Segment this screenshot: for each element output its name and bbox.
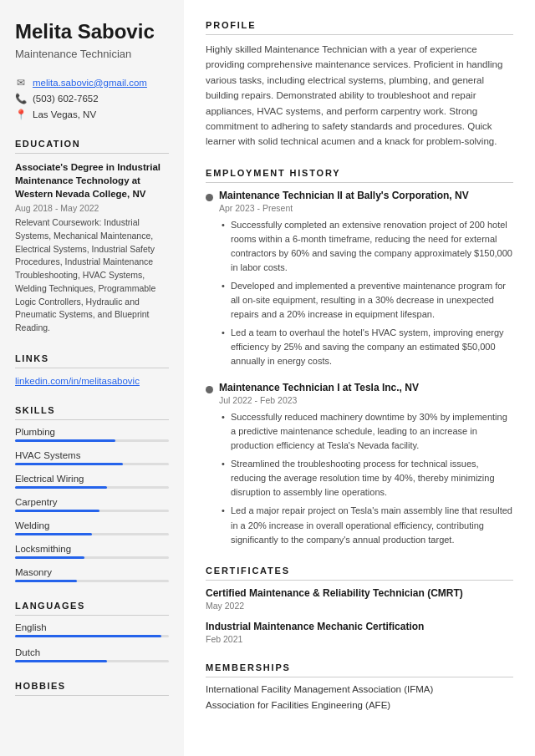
skill-name: Carpentry — [15, 497, 169, 507]
skill-bar-fill — [15, 439, 115, 442]
linkedin-link-item: linkedin.com/in/melitasabovic — [15, 375, 169, 387]
skill-item: Plumbing — [15, 427, 169, 442]
cert-name: Industrial Maintenance Mechanic Certific… — [206, 621, 513, 632]
skill-bar-bg — [15, 556, 169, 559]
job-bullet: Developed and implemented a preventive m… — [219, 279, 513, 322]
skill-bar-bg — [15, 533, 169, 535]
job-bullets: Successfully reduced machinery downtime … — [219, 410, 513, 546]
job-title: Maintenance Technician I at Tesla Inc., … — [219, 382, 513, 393]
job-bullet: Successfully completed an extensive reno… — [219, 218, 513, 275]
cert-item: Certified Maintenance & Reliability Tech… — [206, 587, 513, 611]
education-degree: Associate's Degree in Industrial Mainten… — [15, 160, 169, 200]
skill-item: Electrical Wiring — [15, 474, 169, 489]
language-name: Dutch — [15, 647, 169, 657]
cert-item: Industrial Maintenance Mechanic Certific… — [206, 621, 513, 644]
memberships-title: MEMBERSHIPS — [206, 662, 513, 677]
email-icon: ✉ — [15, 77, 27, 89]
skills-section: SKILLS Plumbing HVAC Systems Electrical … — [15, 405, 169, 582]
candidate-name: Melita Sabovic — [15, 20, 169, 44]
cert-name: Certified Maintenance & Reliability Tech… — [206, 587, 513, 599]
certs-list: Certified Maintenance & Reliability Tech… — [206, 587, 513, 644]
membership-item: Association for Facilities Engineering (… — [206, 700, 513, 710]
skills-list: Plumbing HVAC Systems Electrical Wiring … — [15, 427, 169, 582]
hobbies-title: HOBBIES — [15, 681, 169, 696]
skill-name: HVAC Systems — [15, 450, 169, 460]
job-dot — [206, 386, 213, 393]
candidate-title: Maintenance Technician — [15, 48, 169, 60]
job-item: Maintenance Technician II at Bally's Cor… — [206, 190, 513, 368]
cert-date: May 2022 — [206, 601, 513, 611]
skill-bar-fill — [15, 486, 107, 489]
job-bullet: Successfully reduced machinery downtime … — [219, 410, 513, 453]
linkedin-link[interactable]: linkedin.com/in/melitasabovic — [15, 376, 140, 386]
members-list: International Facility Management Associ… — [206, 684, 513, 710]
certificates-title: CERTIFICATES — [206, 566, 513, 581]
skill-bar-fill — [15, 580, 77, 582]
links-section: LINKS linkedin.com/in/melitasabovic — [15, 353, 169, 387]
job-bullet: Led a team to overhaul the hotel's HVAC … — [219, 326, 513, 368]
language-bar-fill — [15, 635, 161, 637]
education-courses: Relevant Coursework: Industrial Systems,… — [15, 216, 169, 335]
language-item: Dutch — [15, 647, 169, 662]
profile-title: PROFILE — [206, 20, 513, 35]
resume-container: Melita Sabovic Maintenance Technician ✉ … — [0, 0, 535, 756]
hobbies-section: HOBBIES — [15, 681, 169, 696]
employment-section: EMPLOYMENT HISTORY Maintenance Technicia… — [206, 168, 513, 547]
languages-section: LANGUAGES English Dutch — [15, 601, 169, 662]
skill-name: Welding — [15, 520, 169, 530]
links-title: LINKS — [15, 353, 169, 368]
memberships-section: MEMBERSHIPS International Facility Manag… — [206, 662, 513, 710]
sidebar: Melita Sabovic Maintenance Technician ✉ … — [0, 0, 184, 756]
job-bullet: Streamlined the troubleshooting process … — [219, 457, 513, 500]
skill-bar-fill — [15, 556, 84, 559]
location-icon: 📍 — [15, 109, 27, 120]
email-link[interactable]: melita.sabovic@gmail.com — [33, 78, 147, 88]
employment-title: EMPLOYMENT HISTORY — [206, 168, 513, 183]
skill-item: Carpentry — [15, 497, 169, 512]
language-name: English — [15, 622, 169, 632]
job-bullets: Successfully completed an extensive reno… — [219, 218, 513, 368]
job-date: Jul 2022 - Feb 2023 — [219, 395, 513, 405]
contact-email: ✉ melita.sabovic@gmail.com — [15, 77, 169, 89]
profile-text: Highly skilled Maintenance Technician wi… — [206, 42, 513, 150]
jobs-list: Maintenance Technician II at Bally's Cor… — [206, 190, 513, 547]
cert-date: Feb 2021 — [206, 634, 513, 644]
language-bar-bg — [15, 660, 169, 662]
language-bar-bg — [15, 635, 169, 637]
certificates-section: CERTIFICATES Certified Maintenance & Rel… — [206, 566, 513, 644]
profile-section: PROFILE Highly skilled Maintenance Techn… — [206, 20, 513, 150]
education-section: EDUCATION Associate's Degree in Industri… — [15, 139, 169, 335]
skill-bar-bg — [15, 486, 169, 489]
skill-item: Welding — [15, 520, 169, 535]
contact-phone: 📞 (503) 602-7652 — [15, 93, 169, 104]
job-title: Maintenance Technician II at Bally's Cor… — [219, 190, 513, 201]
languages-list: English Dutch — [15, 622, 169, 662]
phone-icon: 📞 — [15, 93, 27, 104]
skill-bar-bg — [15, 439, 169, 442]
skill-name: Masonry — [15, 567, 169, 577]
language-bar-fill — [15, 660, 107, 662]
skill-bar-fill — [15, 533, 92, 535]
skill-bar-fill — [15, 510, 99, 512]
skill-bar-bg — [15, 510, 169, 512]
job-bullet: Led a major repair project on Tesla's ma… — [219, 504, 513, 546]
skills-title: SKILLS — [15, 405, 169, 420]
skill-name: Locksmithing — [15, 544, 169, 554]
skill-bar-bg — [15, 580, 169, 582]
skill-item: Masonry — [15, 567, 169, 582]
education-date: Aug 2018 - May 2022 — [15, 203, 169, 213]
contact-location: 📍 Las Vegas, NV — [15, 109, 169, 120]
skill-name: Electrical Wiring — [15, 474, 169, 484]
skill-name: Plumbing — [15, 427, 169, 437]
skill-bar-fill — [15, 463, 123, 465]
job-item: Maintenance Technician I at Tesla Inc., … — [206, 382, 513, 546]
language-item: English — [15, 622, 169, 637]
job-dot — [206, 194, 213, 201]
skill-item: Locksmithing — [15, 544, 169, 559]
education-title: EDUCATION — [15, 139, 169, 154]
main-content: PROFILE Highly skilled Maintenance Techn… — [184, 0, 535, 756]
membership-item: International Facility Management Associ… — [206, 684, 513, 694]
skill-bar-bg — [15, 463, 169, 465]
skill-item: HVAC Systems — [15, 450, 169, 465]
job-date: Apr 2023 - Present — [219, 203, 513, 213]
